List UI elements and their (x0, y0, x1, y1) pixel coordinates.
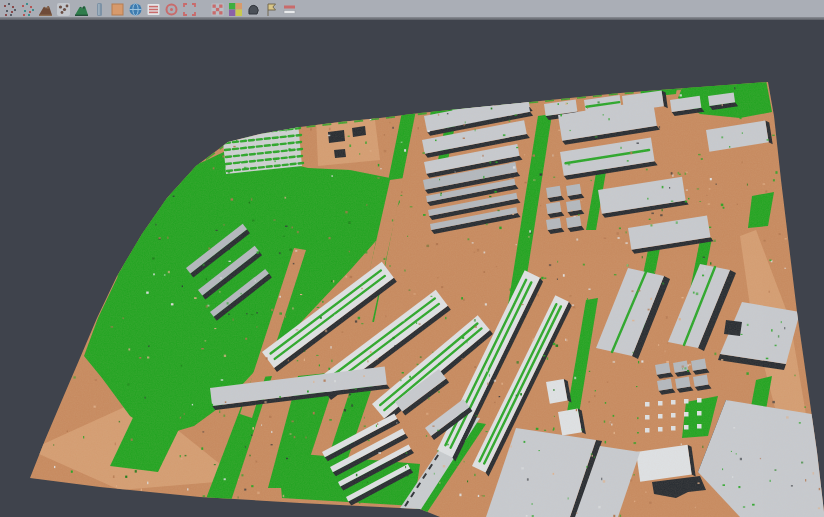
points-multicolor-icon[interactable] (20, 2, 35, 17)
application-window (0, 0, 824, 517)
sparse-points-icon[interactable] (56, 2, 71, 17)
terrain-brown-icon[interactable] (38, 2, 53, 17)
orthophoto-orange-icon[interactable] (110, 2, 125, 17)
attribute-table-red-icon[interactable] (146, 2, 161, 17)
globe-icon[interactable] (128, 2, 143, 17)
dark-tool-icon[interactable] (246, 2, 261, 17)
terrain-vegetation-icon[interactable] (74, 2, 89, 17)
classification-map-icon[interactable] (228, 2, 243, 17)
flag-tool-icon[interactable] (264, 2, 279, 17)
raster-pixels-icon[interactable] (210, 2, 225, 17)
ring-tool-red-icon[interactable] (164, 2, 179, 17)
toolbar-separator (200, 2, 207, 17)
points-red-icon[interactable] (2, 2, 17, 17)
viewport-3d-point-cloud[interactable] (0, 20, 824, 517)
column-blue-icon[interactable] (92, 2, 107, 17)
extent-tool-red-icon[interactable] (182, 2, 197, 17)
mini-stripes-red-icon[interactable] (282, 2, 297, 17)
